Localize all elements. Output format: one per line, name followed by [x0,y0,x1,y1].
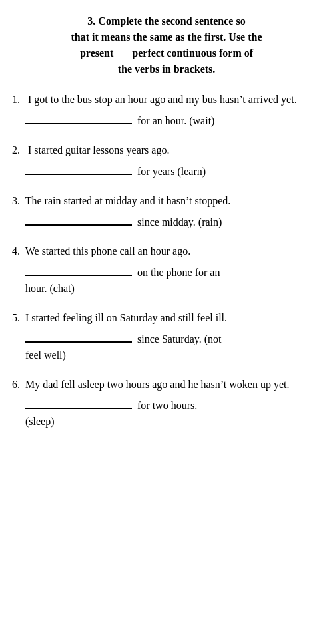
continuation-5: feel well) [25,347,321,363]
instruction-line4: the verbs in brackets. [118,63,216,75]
blank-1[interactable] [25,123,132,124]
blank-6[interactable] [25,408,132,409]
sentence-4-number: 4. [12,245,20,257]
instruction: 3. Complete the second sentence so that … [12,13,321,77]
exercise-list: 1. I got to the bus stop an hour ago and… [12,92,321,430]
blank-3[interactable] [25,224,132,226]
fill-line-3: since midday. (rain) [25,214,321,230]
sentence-4-text: We started this phone call an hour ago. [25,245,190,257]
fill-line-2: for years (learn) [25,164,321,180]
instruction-line1: 3. Complete the second sentence so [87,15,245,27]
exercise-item-3: 3. The rain started at midday and it has… [12,193,321,230]
fill-after-1: for an hour. (wait) [137,113,214,129]
sentence-5-number: 5. [12,312,20,323]
fill-line-6: for two hours. [25,398,321,414]
blank-4[interactable] [25,275,132,276]
exercise-item-6: 6. My dad fell asleep two hours ago and … [12,377,321,430]
fill-after-4: on the phone for an [137,265,220,281]
sentence-2: 2. I started guitar lessons years ago. [12,142,321,158]
sentence-1-number: 1. [12,94,20,105]
fill-line-1: for an hour. (wait) [25,113,321,129]
instruction-line3-part2: perfect continuous form of [132,47,253,59]
sentence-1: 1. I got to the bus stop an hour ago and… [12,92,321,108]
sentence-6: 6. My dad fell asleep two hours ago and … [12,377,321,393]
blank-2[interactable] [25,174,132,175]
sentence-3-text: The rain started at midday and it hasn’t… [25,195,231,206]
continuation-6: (sleep) [25,414,321,430]
sentence-2-text: I started guitar lessons years ago. [28,144,169,156]
blank-5[interactable] [25,341,132,343]
fill-after-2: for years (learn) [137,164,206,180]
fill-after-5: since Saturday. (not [137,331,221,347]
sentence-2-number: 2. [12,144,20,156]
instruction-line2: that it means the same as the first. Use… [71,31,262,43]
sentence-3-number: 3. [12,195,20,206]
exercise-item-2: 2. I started guitar lessons years ago. f… [12,142,321,180]
sentence-3: 3. The rain started at midday and it has… [12,193,321,209]
fill-line-5: since Saturday. (not [25,331,321,347]
sentence-5-text: I started feeling ill on Saturday and st… [25,312,227,323]
fill-after-3: since midday. (rain) [137,214,222,230]
exercise-item-1: 1. I got to the bus stop an hour ago and… [12,92,321,129]
exercise-item-5: 5. I started feeling ill on Saturday and… [12,310,321,363]
fill-line-4: on the phone for an [25,265,321,281]
sentence-4: 4. We started this phone call an hour ag… [12,243,321,259]
exercise-item-4: 4. We started this phone call an hour ag… [12,243,321,297]
continuation-4: hour. (chat) [25,281,321,297]
sentence-6-number: 6. [12,379,20,390]
instruction-line3-part1: present [80,47,113,59]
sentence-5: 5. I started feeling ill on Saturday and… [12,310,321,326]
sentence-6-text: My dad fell asleep two hours ago and he … [25,379,290,390]
sentence-1-text: I got to the bus stop an hour ago and my… [28,94,297,105]
fill-after-6: for two hours. [137,398,197,414]
